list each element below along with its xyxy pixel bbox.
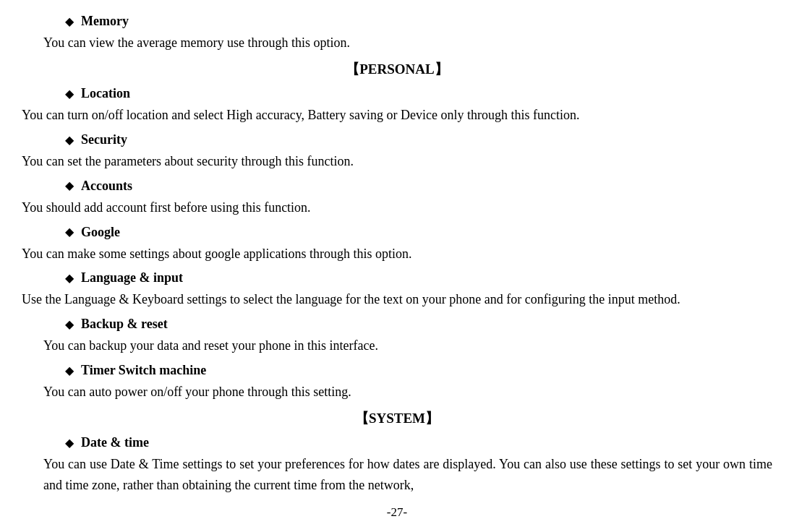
google-header: ◆ Google <box>65 223 772 242</box>
security-title: Security <box>81 130 127 150</box>
security-header: ◆ Security <box>65 130 772 150</box>
security-diamond: ◆ <box>65 132 74 149</box>
accounts-title: Accounts <box>81 176 132 196</box>
backup-reset-body: You can backup your data and reset your … <box>43 335 772 356</box>
memory-header: ◆ Memory <box>65 12 772 31</box>
timer-switch-header: ◆ Timer Switch machine <box>65 361 772 380</box>
memory-title: Memory <box>81 12 129 31</box>
accounts-header: ◆ Accounts <box>65 176 772 196</box>
language-input-body: Use the Language & Keyboard settings to … <box>22 289 772 310</box>
system-header: 【SYSTEM】 <box>22 408 772 429</box>
google-diamond: ◆ <box>65 223 74 241</box>
date-time-body: You can use Date & Time settings to set … <box>43 454 772 496</box>
location-body: You can turn on/off location and select … <box>22 105 772 126</box>
backup-reset-header: ◆ Backup & reset <box>65 314 772 334</box>
page-number: -27- <box>22 503 772 522</box>
timer-switch-title: Timer Switch machine <box>81 361 206 380</box>
security-body: You can set the parameters about securit… <box>22 151 772 172</box>
accounts-body: You should add account first before usin… <box>22 197 772 218</box>
location-title: Location <box>81 84 130 103</box>
location-diamond: ◆ <box>65 85 74 103</box>
location-header: ◆ Location <box>65 84 772 103</box>
google-title: Google <box>81 223 120 242</box>
timer-switch-diamond: ◆ <box>65 362 74 379</box>
backup-reset-title: Backup & reset <box>81 314 168 334</box>
backup-reset-diamond: ◆ <box>65 316 74 333</box>
language-input-title: Language & input <box>81 268 183 288</box>
accounts-diamond: ◆ <box>65 177 74 194</box>
language-input-header: ◆ Language & input <box>65 268 772 288</box>
timer-switch-body: You can auto power on/off your phone thr… <box>43 382 772 403</box>
date-time-header: ◆ Date & time <box>65 433 772 452</box>
memory-body: You can view the average memory use thro… <box>43 33 772 53</box>
date-time-diamond: ◆ <box>65 434 74 452</box>
memory-diamond: ◆ <box>65 13 74 30</box>
date-time-title: Date & time <box>81 433 149 452</box>
personal-header: 【PERSONAL】 <box>22 59 772 80</box>
language-input-diamond: ◆ <box>65 270 74 287</box>
google-body: You can make some settings about google … <box>22 244 772 265</box>
